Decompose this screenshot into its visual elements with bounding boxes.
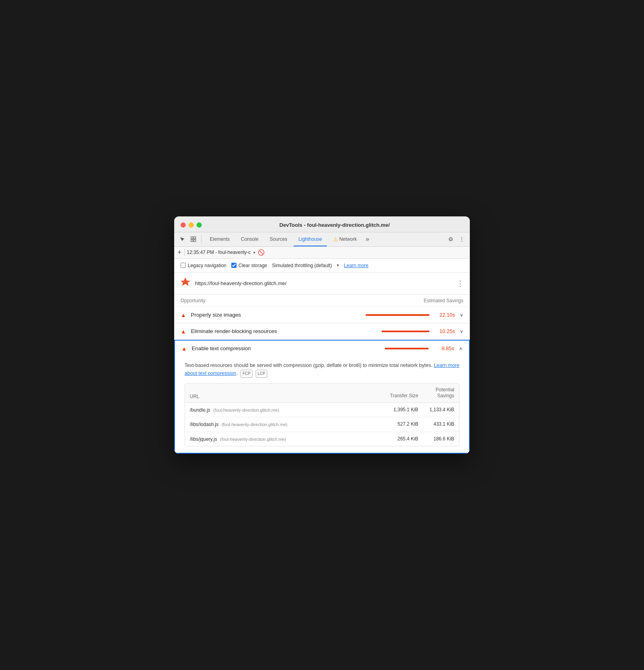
svg-marker-4	[181, 278, 190, 286]
row-path-jquery: /libs/jquery.js	[190, 436, 217, 442]
svg-rect-0	[191, 237, 193, 239]
table-row: /libs/lodash.js (foul-heavenly-direction…	[185, 417, 459, 432]
toolbar-settings: ⚙ ⋮	[446, 234, 467, 244]
cursor-icon[interactable]	[177, 234, 187, 244]
row-host-bundle: (foul-heavenly-direction.glitch.me)	[213, 408, 279, 412]
throttling-label: Simulated throttling (default)	[272, 263, 332, 268]
savings-value-render-blocking: 10.25s	[434, 328, 455, 334]
clear-storage-label: Clear storage	[239, 263, 267, 268]
no-entry-icon[interactable]: 🚫	[258, 249, 264, 256]
traffic-lights	[181, 222, 202, 228]
opportunity-title-render-blocking: Eliminate render-blocking resources	[191, 328, 377, 334]
red-bar-text-compression	[385, 348, 429, 349]
title-bar: DevTools - foul-heavenly-direction.glitc…	[174, 216, 470, 232]
clear-storage-checkbox-container: Clear storage	[231, 263, 267, 268]
svg-rect-1	[194, 237, 196, 239]
inspect-icon[interactable]	[189, 234, 198, 244]
warning-icon-size-images: ▲	[181, 312, 186, 318]
lighthouse-logo-icon	[180, 277, 191, 290]
toolbar-divider-1	[201, 235, 202, 243]
devtools-body: Elements Console Sources Lighthouse ⚠ Ne…	[174, 232, 470, 454]
legacy-nav-checkbox-container: Legacy navigation	[181, 263, 227, 268]
row-transfer-lodash: 527.2 KiB	[382, 421, 418, 428]
row-url-jquery: /libs/jquery.js (foul-heavenly-direction…	[190, 436, 382, 442]
devtools-window: DevTools - foul-heavenly-direction.glitc…	[174, 216, 470, 454]
url-bar: https://foul-heavenly-direction.glitch.m…	[174, 273, 470, 295]
red-bar-size-images	[366, 314, 429, 316]
row-url-bundle: /bundle.js (foul-heavenly-direction.glit…	[190, 407, 382, 413]
legacy-nav-checkbox[interactable]	[181, 263, 186, 268]
clear-storage-checkbox[interactable]	[231, 263, 237, 268]
close-button[interactable]	[181, 222, 186, 228]
chevron-down-icon-render-blocking[interactable]: ∨	[460, 329, 463, 334]
opportunity-row-text-compression[interactable]: ▲ Enable text compression 8.85s ∧	[174, 340, 470, 357]
window-title: DevTools - foul-heavenly-direction.glitc…	[206, 222, 463, 228]
secondary-divider	[184, 249, 185, 256]
more-tabs-button[interactable]: »	[363, 236, 372, 243]
tab-elements[interactable]: Elements	[205, 232, 235, 246]
main-toolbar: Elements Console Sources Lighthouse ⚠ Ne…	[174, 232, 470, 247]
opportunity-title-size-images: Properly size images	[191, 312, 361, 318]
opportunity-title-text-compression: Enable text compression	[192, 345, 380, 351]
more-menu-icon[interactable]: ⋮	[457, 234, 467, 244]
col-url-header: URL	[190, 394, 382, 399]
row-savings-bundle: 1,133.4 KiB	[418, 407, 454, 413]
row-transfer-jquery: 265.4 KiB	[382, 436, 418, 442]
red-bar-render-blocking	[382, 331, 429, 332]
minimize-button[interactable]	[189, 222, 194, 228]
row-path-bundle: /bundle.js	[190, 407, 210, 413]
session-dropdown[interactable]: ▾	[253, 250, 255, 255]
table-row: /libs/jquery.js (foul-heavenly-direction…	[185, 432, 459, 446]
tab-network[interactable]: ⚠ Network	[328, 232, 362, 246]
settings-icon[interactable]: ⚙	[446, 234, 455, 244]
header-opportunity: Opportunity	[181, 298, 205, 303]
tab-lighthouse[interactable]: Lighthouse	[294, 232, 327, 246]
row-savings-jquery: 186.6 KiB	[418, 436, 454, 442]
text-compression-expanded: Text-based resources should be served wi…	[174, 357, 470, 454]
col-transfer-header: Transfer Size	[382, 393, 418, 399]
tab-sources[interactable]: Sources	[265, 232, 292, 246]
add-session-button[interactable]: +	[177, 249, 182, 256]
row-host-jquery: (foul-heavenly-direction.glitch.me)	[220, 437, 286, 442]
row-host-lodash: (foul-heavenly-direction.glitch.me)	[221, 422, 287, 427]
lcp-badge: LCP	[256, 370, 267, 378]
text-compression-description: Text-based resources should be served wi…	[185, 361, 459, 378]
row-transfer-bundle: 1,395.1 KiB	[382, 407, 418, 413]
svg-rect-3	[194, 240, 196, 242]
row-url-lodash: /libs/lodash.js (foul-heavenly-direction…	[190, 422, 382, 427]
network-warning-icon: ⚠	[333, 236, 338, 242]
savings-value-text-compression: 8.85s	[433, 345, 454, 351]
maximize-button[interactable]	[197, 222, 202, 228]
table-header: URL Transfer Size Potential Savings	[185, 384, 459, 403]
table-row: /bundle.js (foul-heavenly-direction.glit…	[185, 403, 459, 418]
session-label: 12:35:47 PM - foul-heavenly-c	[187, 250, 251, 255]
row-savings-lodash: 433.1 KiB	[418, 421, 454, 428]
throttling-dropdown-arrow[interactable]: ▾	[337, 263, 339, 268]
page-url: https://foul-heavenly-direction.glitch.m…	[195, 280, 453, 286]
fcp-badge: FCP	[241, 370, 252, 378]
savings-bar-render-blocking	[382, 331, 429, 332]
col-savings-header: Potential Savings	[418, 387, 454, 399]
savings-bar-text-compression	[385, 348, 429, 349]
opportunities-header: Opportunity Estimated Savings	[174, 295, 470, 307]
savings-value-size-images: 22.10s	[434, 312, 455, 318]
chevron-down-icon-size-images[interactable]: ∨	[460, 312, 463, 318]
lighthouse-toolbar: Legacy navigation Clear storage Simulate…	[174, 259, 470, 273]
resources-table: URL Transfer Size Potential Savings /bun…	[185, 383, 459, 447]
chevron-up-icon-text-compression[interactable]: ∧	[459, 346, 463, 351]
savings-bar-size-images	[366, 314, 429, 316]
warning-icon-text-compression: ▲	[181, 345, 187, 352]
url-more-button[interactable]: ⋮	[457, 279, 464, 288]
header-savings: Estimated Savings	[424, 298, 463, 303]
opportunity-row-size-images[interactable]: ▲ Properly size images 22.10s ∨	[174, 307, 470, 323]
legacy-nav-label: Legacy navigation	[188, 263, 227, 268]
warning-icon-render-blocking: ▲	[181, 328, 186, 335]
row-path-lodash: /libs/lodash.js	[190, 422, 219, 427]
secondary-toolbar: + 12:35:47 PM - foul-heavenly-c ▾ 🚫	[174, 247, 470, 259]
opportunity-row-render-blocking[interactable]: ▲ Eliminate render-blocking resources 10…	[174, 323, 470, 340]
tab-console[interactable]: Console	[236, 232, 263, 246]
svg-rect-2	[191, 240, 193, 242]
learn-more-link[interactable]: Learn more	[344, 263, 368, 268]
